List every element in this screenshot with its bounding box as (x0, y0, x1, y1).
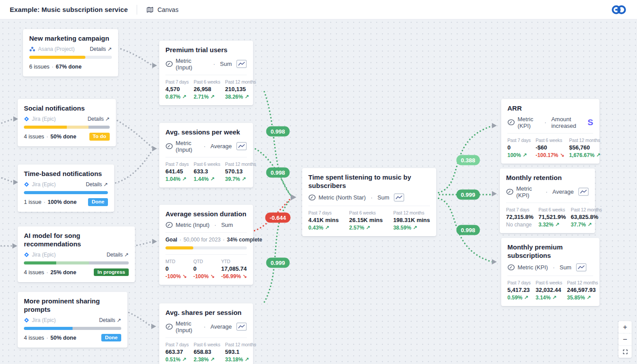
source-label: Jira (Epic) (32, 252, 56, 258)
nav-canvas[interactable]: Canvas (146, 6, 178, 14)
workspace-title: Example: Music subscription service (10, 6, 128, 13)
correlation-badge[interactable]: -0.644 (265, 213, 291, 223)
metric-stats: Past 7 days641.451.04% ↗ Past 6 weeks633… (165, 161, 247, 182)
goal-row: Goal·50,000 for 2023·34% complete (165, 237, 247, 243)
source-label: Jira (Epic) (32, 317, 56, 323)
gauge-icon (308, 194, 316, 201)
chart-icon[interactable] (578, 188, 589, 196)
metric-card-premium-trial-users[interactable]: Premium trial users Metric (Input) · Sum… (159, 41, 253, 105)
metric-type: Metric (North Star) (318, 194, 366, 201)
metric-agg: Average (211, 143, 232, 149)
asana-icon (29, 46, 35, 52)
correlation-badge[interactable]: 0.999 (266, 258, 290, 268)
nav-canvas-label: Canvas (157, 6, 178, 13)
status-badge: Done (88, 198, 108, 206)
status-badge: Done (101, 334, 121, 342)
card-title: Time-based notifications (24, 170, 108, 178)
metric-card-avg-shares[interactable]: Avg. shares per session Metric (Input) ·… (159, 303, 253, 364)
details-link[interactable]: Details ↗ (90, 46, 112, 52)
metric-card-arr[interactable]: ARR Metric (KPI) · Amount increased S Pa… (501, 99, 599, 164)
correlation-badge[interactable]: 0.998 (266, 168, 290, 178)
issues-summary: 1 issue·100% done (24, 199, 77, 205)
metric-agg: Sum (560, 264, 572, 271)
card-title: Time spent listening to music by subscri… (308, 173, 430, 190)
fit-view-icon (622, 349, 628, 355)
work-card-time-based-notifications[interactable]: Time-based notifications Jira (Epic) Det… (18, 165, 114, 212)
card-title: More prominent sharing prompts (24, 297, 121, 314)
correlation-badge[interactable]: 0.999 (457, 190, 480, 200)
metric-type: Metric (Input) (176, 57, 208, 71)
details-link[interactable]: Details ↗ (99, 317, 121, 323)
status-badge: To do (89, 133, 110, 141)
fit-view-button[interactable] (618, 346, 632, 358)
map-icon (146, 6, 154, 14)
top-bar: Example: Music subscription service Canv… (0, 0, 637, 19)
details-link[interactable]: Details ↗ (86, 181, 108, 188)
card-title: AI model for song recommendations (24, 232, 129, 249)
metric-card-monthly-premium-subscriptions[interactable]: Monthly premium subscriptions Metric (KP… (501, 238, 599, 306)
correlation-badge[interactable]: 0.388 (457, 155, 480, 165)
issues-summary: 4 issues·50% done (24, 335, 76, 341)
chart-icon[interactable] (236, 322, 247, 331)
goal-progress-bar (165, 246, 247, 249)
metric-stats: Past 7 days4,5700.87% ↗ Past 6 weeks26,9… (165, 79, 247, 100)
gauge-icon (506, 188, 514, 195)
progress-bar (24, 191, 108, 194)
jira-icon (24, 318, 29, 323)
metric-card-avg-sessions[interactable]: Avg. sessions per week Metric (Input) · … (159, 123, 253, 188)
zoom-out-button[interactable]: − (618, 333, 632, 345)
metric-type: Metric (KPI) (518, 264, 548, 271)
work-card-ai-model[interactable]: AI model for song recommendations Jira (… (18, 226, 135, 282)
chart-icon[interactable] (236, 60, 247, 68)
progress-bar (29, 56, 112, 59)
metric-card-time-spent-listening[interactable]: Time spent listening to music by subscri… (302, 168, 436, 236)
card-title: New marketing campaign (29, 34, 112, 43)
card-title: Social notifications (24, 104, 110, 113)
card-title: Premium trial users (165, 46, 247, 54)
gauge-icon (507, 264, 515, 271)
chart-icon[interactable] (394, 193, 404, 202)
metric-type: Metric (Input) (176, 140, 199, 153)
metric-agg: Average (211, 323, 232, 330)
metric-agg: Sum (221, 222, 233, 228)
card-title: Avg. shares per session (165, 309, 247, 317)
stripe-icon: S (587, 118, 593, 126)
details-link[interactable]: Details ↗ (88, 116, 110, 122)
progress-bar (24, 126, 110, 129)
source-label: Jira (Epic) (32, 116, 56, 122)
issues-summary: 6 issues·67% done (29, 64, 81, 70)
header-divider (137, 5, 137, 15)
jira-icon (24, 116, 29, 122)
details-link[interactable]: Details ↗ (107, 252, 129, 258)
chart-icon[interactable] (576, 263, 587, 272)
metric-agg: Amount increased (551, 116, 585, 129)
card-title: Monthly retention (506, 174, 589, 182)
progress-bar (24, 261, 129, 264)
gauge-icon (165, 61, 173, 67)
chart-icon[interactable] (236, 142, 247, 150)
doubleloop-logo-icon[interactable] (610, 4, 627, 16)
canvas[interactable]: New marketing campaign Asana (Project) D… (0, 19, 637, 364)
work-card-social-notifications[interactable]: Social notifications Jira (Epic) Details… (18, 99, 116, 146)
work-card-new-marketing-campaign[interactable]: New marketing campaign Asana (Project) D… (23, 29, 118, 77)
correlation-badge[interactable]: 0.998 (457, 225, 480, 235)
source-label: Asana (Project) (38, 46, 75, 52)
zoom-in-button[interactable]: + (618, 321, 632, 333)
correlation-badge[interactable]: 0.998 (266, 126, 290, 137)
metric-stats: Past 7 days663.370.51% ↗ Past 6 weeks658… (165, 342, 247, 363)
card-title: Average session duration (165, 210, 247, 218)
issues-summary: 4 issues·25% done (24, 269, 76, 276)
metric-card-monthly-retention[interactable]: Monthly retention Metric (KPI) · Average… (500, 169, 595, 233)
gauge-icon (165, 323, 173, 330)
gauge-icon (507, 119, 515, 126)
metric-card-avg-session-duration[interactable]: Average session duration Metric (Input) … (159, 205, 253, 285)
source-label: Jira (Epic) (32, 181, 56, 188)
issues-summary: 4 issues·50% done (24, 134, 76, 140)
work-card-sharing-prompts[interactable]: More prominent sharing prompts Jira (Epi… (18, 292, 127, 348)
gauge-icon (165, 222, 173, 228)
metric-stats: Past 7 days4.41K mins0.43% ↗ Past 6 week… (308, 210, 430, 231)
app-window: Example: Music subscription service Canv… (0, 0, 637, 364)
metric-type: Metric (Input) (176, 320, 199, 333)
metric-stats: MTD0-100% ↘ QTD0-100% ↘ YTD17,085.74-56.… (165, 259, 247, 280)
metric-type: Metric (Input) (176, 222, 210, 228)
